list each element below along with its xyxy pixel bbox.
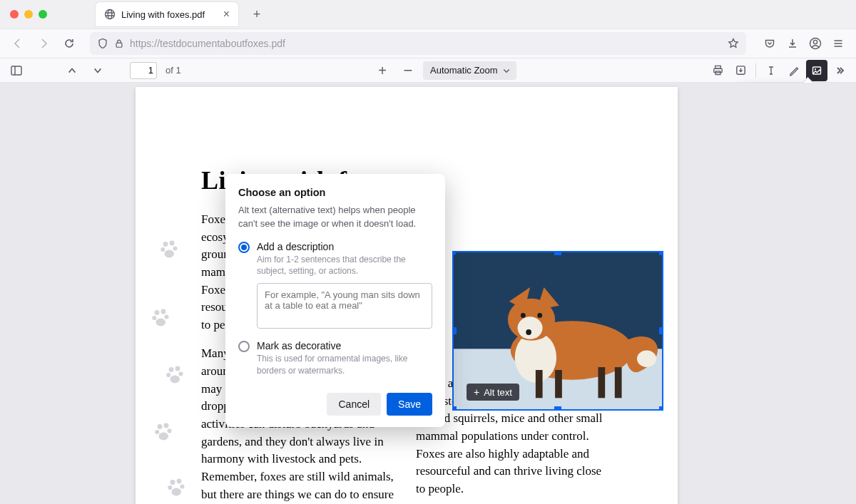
cancel-button[interactable]: Cancel — [327, 393, 381, 416]
svg-point-21 — [156, 319, 166, 326]
titlebar: Living with foxes.pdf × + — [0, 0, 856, 29]
pawprint-icon — [151, 419, 177, 445]
save-button[interactable]: Save — [387, 393, 432, 416]
account-icon[interactable] — [805, 33, 826, 54]
resize-handle[interactable] — [659, 327, 663, 334]
svg-point-35 — [180, 485, 185, 489]
back-button[interactable] — [7, 33, 29, 54]
svg-point-30 — [168, 429, 172, 433]
browser-tab[interactable]: Living with foxes.pdf × — [96, 2, 238, 26]
chevron-down-icon — [502, 66, 511, 75]
resize-handle[interactable] — [659, 406, 663, 411]
nav-toolbar: https://testdocumentaboutfoxes.pdf — [0, 29, 856, 58]
resize-handle[interactable] — [554, 406, 561, 411]
svg-point-16 — [165, 250, 175, 258]
svg-point-13 — [170, 241, 175, 246]
maximize-window-button[interactable] — [39, 10, 47, 19]
forward-button[interactable] — [33, 33, 54, 54]
svg-point-15 — [173, 247, 178, 251]
svg-point-27 — [158, 424, 163, 429]
pawprint-icon — [157, 237, 183, 262]
svg-point-43 — [521, 313, 526, 318]
resize-handle[interactable] — [554, 251, 561, 255]
pocket-icon[interactable] — [759, 33, 780, 54]
reload-button[interactable] — [58, 33, 80, 54]
svg-point-31 — [159, 433, 169, 441]
svg-rect-47 — [555, 370, 562, 398]
selected-image[interactable]: + Alt text — [452, 251, 663, 411]
url-bar[interactable]: https://testdocumentaboutfoxes.pdf — [90, 32, 746, 55]
app-menu-icon[interactable] — [827, 33, 849, 54]
draw-tool-icon[interactable] — [783, 60, 805, 81]
alt-text-pill[interactable]: + Alt text — [467, 384, 519, 401]
print-icon[interactable] — [707, 60, 728, 81]
svg-rect-49 — [615, 367, 622, 398]
svg-point-0 — [106, 10, 115, 19]
page-number-input[interactable] — [130, 62, 157, 79]
sidebar-toggle-icon[interactable] — [6, 60, 27, 81]
alt-text-textarea[interactable] — [257, 283, 432, 329]
svg-point-12 — [163, 242, 168, 247]
option-subtitle: Aim for 1-2 sentences that describe the … — [257, 254, 432, 278]
image-tool-icon[interactable] — [806, 60, 827, 81]
url-text: https://testdocumentaboutfoxes.pdf — [130, 38, 722, 49]
svg-point-33 — [177, 479, 182, 484]
pawprint-icon — [148, 305, 174, 331]
zoom-select[interactable]: Automatic Zoom — [423, 61, 516, 80]
alt-text-dialog: Choose an option Alt text (alternative t… — [225, 174, 445, 427]
zoom-out-button[interactable]: + — [372, 60, 393, 81]
option-mark-decorative[interactable]: Mark as decorative This is used for orna… — [238, 340, 432, 383]
close-window-button[interactable] — [10, 10, 19, 19]
tab-title: Living with foxes.pdf — [121, 9, 205, 20]
svg-point-50 — [637, 351, 656, 368]
prev-page-button[interactable] — [61, 60, 83, 81]
svg-point-24 — [166, 373, 170, 377]
svg-rect-2 — [116, 43, 122, 47]
downloads-icon[interactable] — [782, 33, 803, 54]
more-tools-icon[interactable] — [829, 60, 850, 81]
lock-icon — [114, 38, 124, 48]
shield-icon — [97, 38, 108, 49]
window-controls — [10, 10, 47, 19]
option-add-description[interactable]: Add a description Aim for 1-2 sentences … — [238, 241, 432, 332]
pdf-toolbar: of 1 + − Automatic Zoom — [0, 58, 856, 83]
next-page-button[interactable] — [87, 60, 108, 81]
new-tab-button[interactable]: + — [247, 4, 267, 24]
option-subtitle: This is used for ornamental images, like… — [257, 353, 432, 377]
svg-rect-48 — [598, 367, 605, 398]
svg-point-22 — [169, 367, 174, 372]
dialog-description: Alt text (alternative text) helps when p… — [238, 204, 432, 231]
option-title: Mark as decorative — [257, 340, 432, 351]
svg-point-19 — [152, 316, 156, 320]
radio-mark-decorative[interactable] — [238, 341, 250, 352]
option-title: Add a description — [257, 241, 432, 252]
radio-add-description[interactable] — [238, 242, 250, 253]
resize-handle[interactable] — [659, 251, 663, 255]
svg-rect-5 — [11, 66, 21, 75]
svg-rect-46 — [536, 370, 543, 398]
zoom-select-label: Automatic Zoom — [430, 65, 498, 76]
minimize-window-button[interactable] — [24, 10, 33, 19]
svg-point-42 — [518, 317, 543, 339]
plus-icon: + — [474, 386, 479, 398]
svg-point-20 — [165, 315, 169, 319]
svg-point-1 — [108, 10, 112, 19]
svg-point-4 — [813, 40, 817, 43]
svg-point-36 — [172, 488, 182, 496]
svg-point-17 — [155, 310, 160, 315]
page-of-label: of 1 — [165, 65, 181, 76]
svg-point-44 — [537, 313, 542, 318]
resize-handle[interactable] — [452, 406, 457, 411]
dialog-heading: Choose an option — [238, 187, 432, 198]
close-tab-button[interactable]: × — [223, 8, 230, 21]
download-pdf-icon[interactable] — [730, 60, 751, 81]
svg-point-32 — [170, 480, 175, 485]
svg-point-34 — [168, 485, 172, 490]
resize-handle[interactable] — [452, 327, 457, 334]
text-tool-icon[interactable] — [760, 60, 782, 81]
svg-point-45 — [526, 329, 531, 335]
bookmark-star-icon[interactable] — [728, 38, 739, 49]
zoom-in-button[interactable]: − — [397, 60, 419, 81]
svg-point-26 — [170, 376, 180, 384]
globe-icon — [104, 9, 116, 20]
